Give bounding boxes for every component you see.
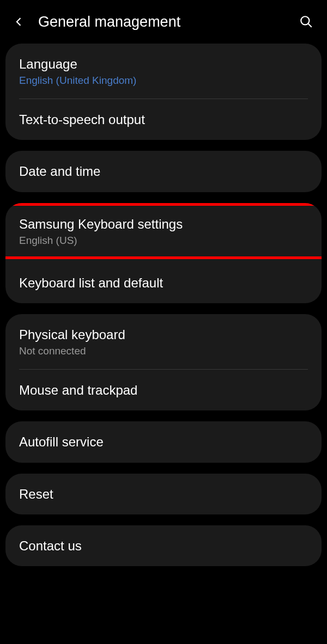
item-title: Keyboard list and default: [19, 274, 308, 291]
item-reset[interactable]: Reset: [5, 474, 322, 514]
search-icon[interactable]: [299, 15, 313, 29]
card-contact: Contact us: [5, 525, 322, 566]
item-autofill-service[interactable]: Autofill service: [5, 421, 322, 462]
item-subtitle: Not connected: [19, 345, 308, 357]
item-title: Mouse and trackpad: [19, 382, 308, 398]
header: General management: [0, 0, 327, 44]
item-text-to-speech[interactable]: Text-to-speech output: [5, 99, 322, 140]
item-subtitle: English (United Kingdom): [19, 75, 308, 87]
item-keyboard-list[interactable]: Keyboard list and default: [5, 259, 322, 303]
item-title: Text-to-speech output: [19, 111, 308, 128]
card-physical-group: Physical keyboard Not connected Mouse an…: [5, 314, 322, 410]
svg-point-0: [301, 16, 309, 24]
highlight-box: Samsung Keyboard settings English (US): [5, 203, 322, 259]
item-physical-keyboard[interactable]: Physical keyboard Not connected: [5, 314, 322, 369]
item-subtitle: English (US): [19, 235, 308, 247]
card-language-group: Language English (United Kingdom) Text-t…: [5, 44, 322, 140]
card-autofill: Autofill service: [5, 421, 322, 462]
item-title: Date and time: [19, 163, 308, 180]
item-title: Contact us: [19, 537, 308, 554]
item-date-time[interactable]: Date and time: [5, 151, 322, 192]
back-icon[interactable]: [14, 16, 25, 27]
page-title: General management: [38, 14, 299, 30]
svg-line-1: [308, 23, 312, 27]
item-samsung-keyboard[interactable]: Samsung Keyboard settings English (US): [5, 206, 322, 256]
item-title: Language: [19, 56, 308, 72]
item-mouse-trackpad[interactable]: Mouse and trackpad: [5, 370, 322, 410]
item-title: Samsung Keyboard settings: [19, 216, 308, 232]
card-keyboard-group: Samsung Keyboard settings English (US) K…: [5, 203, 322, 303]
settings-content: Language English (United Kingdom) Text-t…: [0, 44, 327, 566]
card-reset: Reset: [5, 474, 322, 514]
item-title: Reset: [19, 486, 308, 502]
item-contact-us[interactable]: Contact us: [5, 525, 322, 566]
card-date-time: Date and time: [5, 151, 322, 192]
item-title: Physical keyboard: [19, 326, 308, 343]
item-language[interactable]: Language English (United Kingdom): [5, 44, 322, 99]
item-title: Autofill service: [19, 433, 308, 450]
